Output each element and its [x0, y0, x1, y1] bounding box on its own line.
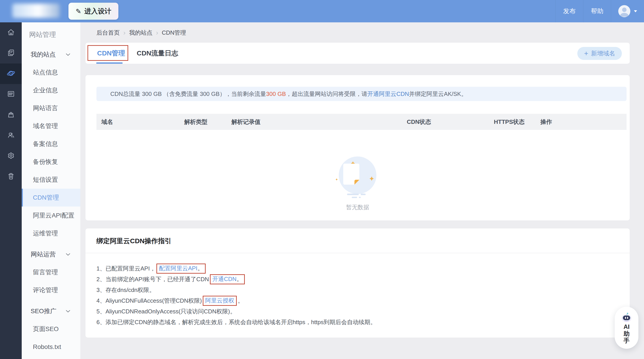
sidebar-item-企业信息[interactable]: 企业信息 [22, 81, 80, 99]
sidebar-item-label: 企业信息 [33, 86, 58, 94]
sidebar-item-网站语言[interactable]: 网站语言 [22, 99, 80, 117]
chevron-down-icon [66, 53, 70, 56]
guide-link-阿里云授权[interactable]: 阿里云授权 [205, 297, 234, 305]
empty-state-text: 暂无数据 [86, 203, 630, 211]
sidebar-item-label: CDN管理 [33, 193, 59, 202]
sidebar-item-网站地图[interactable]: 网站地图 [22, 356, 80, 359]
ai-assistant-button[interactable]: AI助手 [615, 307, 638, 349]
chevron-down-icon [66, 310, 70, 313]
breadcrumb-item[interactable]: 我的站点 [129, 29, 152, 37]
trash-icon [7, 172, 15, 181]
help-button[interactable]: 帮助 [583, 0, 611, 22]
add-domain-button[interactable]: + 新增域名 [577, 47, 622, 60]
topbar-right: 发布 帮助 [556, 0, 644, 22]
annotation-box-link: 阿里云授权 [203, 296, 237, 306]
sidebar-item-label: 域名管理 [33, 122, 58, 130]
guide-step: 4、AliyunCDNFullAccess(管理CDN权限)阿里云授权。 [96, 295, 630, 306]
sidebar-item-网站运营[interactable]: 网站运营 [22, 245, 80, 263]
rail-item-site-planet[interactable] [0, 63, 22, 84]
breadcrumb-item: CDN管理 [162, 29, 186, 37]
ai-assistant-label: AI助手 [624, 324, 630, 344]
guide-step-text: 5、AliyunCDNReadOnlyAccess(只读访问CDN权限)。 [96, 308, 236, 316]
column-header-解析记录值: 解析记录值 [231, 118, 407, 126]
plus-icon: + [584, 50, 588, 57]
chevron-down-icon [634, 10, 637, 12]
enter-design-label: 进入设计 [84, 7, 111, 16]
sidebar-item-label: SEO推广 [31, 307, 56, 316]
sidebar-item-CDN管理[interactable]: CDN管理 [22, 189, 80, 207]
guide-step: 6、添加已绑定CDN的静态域名，解析完成生效后，系统会自动给该域名开启https… [96, 317, 630, 328]
enter-design-button[interactable]: ✎ 进入设计 [68, 3, 118, 20]
rail-item-trash[interactable] [0, 166, 22, 187]
rail-item-mall-bag[interactable] [0, 105, 22, 125]
site-planet-icon [7, 69, 15, 78]
sidebar-item-我的站点[interactable]: 我的站点 [22, 46, 80, 63]
notice-text: ，超出流量网站访问将受限，请 [286, 90, 368, 98]
column-header-解析类型: 解析类型 [184, 118, 231, 126]
avatar [618, 5, 630, 17]
breadcrumb-item[interactable]: 后台首页 [96, 29, 120, 37]
rail-item-settings-gear[interactable] [0, 146, 22, 166]
content-area: 后台首页›我的站点›CDN管理 CDN管理CDN流量日志 + 新增域名 CDN总… [80, 22, 644, 359]
robot-icon [620, 311, 633, 323]
sidebar-item-留言管理[interactable]: 留言管理 [22, 263, 80, 281]
sidebar-item-label: 备份恢复 [33, 158, 58, 166]
column-header-操作: 操作 [540, 118, 626, 126]
sidebar-title: 网站管理 [22, 22, 80, 46]
guide-step-text: 1、已配置阿里云API， [96, 265, 156, 273]
account-menu[interactable] [611, 0, 644, 22]
guide-step-text: 2、当前绑定的API账号下，已经开通了CDN [96, 275, 209, 283]
rail-item-article-list[interactable] [0, 84, 22, 105]
empty-illustration [333, 156, 382, 202]
sidebar-item-label: 运维管理 [33, 229, 58, 238]
column-header-HTTPS状态: HTTPS状态 [494, 118, 540, 126]
breadcrumb: 后台首页›我的站点›CDN管理 [96, 28, 186, 37]
rail-item-home[interactable] [0, 22, 22, 43]
guide-step-text: 6、添加已绑定CDN的静态域名，解析完成生效后，系统会自动给该域名开启https… [96, 318, 376, 326]
tabs: CDN管理CDN流量日志 [86, 43, 630, 64]
sidebar-item-备份恢复[interactable]: 备份恢复 [22, 153, 80, 171]
notice-text: 300 GB [266, 90, 286, 97]
guide-step-text: 。 [236, 275, 242, 283]
guide-link-开通CDN[interactable]: 开通CDN [212, 275, 236, 283]
rail-item-members[interactable] [0, 125, 22, 146]
column-header-域名: 域名 [96, 118, 184, 126]
guide-link-配置阿里云API[interactable]: 配置阿里云API [159, 265, 197, 272]
sidebar-item-域名管理[interactable]: 域名管理 [22, 117, 80, 135]
notice-text: 并绑定阿里云AK/SK。 [409, 90, 467, 98]
sidebar-item-页面SEO[interactable]: 页面SEO [22, 320, 80, 338]
topbar: ✎ 进入设计 发布 帮助 [0, 0, 644, 22]
sidebar-item-运维管理[interactable]: 运维管理 [22, 224, 80, 242]
tab-bar-card: CDN管理CDN流量日志 + 新增域名 [86, 43, 630, 64]
settings-gear-icon [7, 151, 15, 161]
annotation-box-link: 开通CDN。 [210, 274, 245, 284]
chevron-down-icon [66, 253, 70, 256]
guide-title: 绑定阿里云CDN操作指引 [86, 228, 630, 246]
annotation-box-link: 配置阿里云API。 [156, 264, 206, 274]
guide-step-text: 3、存在dns/cdn权限。 [96, 286, 155, 294]
publish-button[interactable]: 发布 [556, 0, 583, 22]
tab-CDN流量日志[interactable]: CDN流量日志 [131, 43, 184, 64]
traffic-notice-bar: CDN总流量 300 GB （含免费流量 300 GB），当前剩余流量 300 … [96, 87, 626, 101]
sidebar-item-label: 页面SEO [33, 325, 59, 333]
guide-step-text: 4、AliyunCDNFullAccess(管理CDN权限) [96, 297, 202, 305]
tab-CDN管理[interactable]: CDN管理 [91, 43, 131, 64]
sidebar-item-阿里云API配置[interactable]: 阿里云API配置 [22, 207, 80, 224]
guide-step: 3、存在dns/cdn权限。 [96, 285, 630, 295]
sidebar-item-label: 短信设置 [33, 175, 58, 184]
sidebar-item-站点信息[interactable]: 站点信息 [22, 63, 80, 81]
sidebar-item-Robots.txt[interactable]: Robots.txt [22, 338, 80, 356]
sidebar-item-label: 备案信息 [33, 140, 58, 148]
add-domain-label: 新增域名 [591, 49, 615, 57]
logo-blur [12, 3, 60, 18]
column-header-CDN状态: CDN状态 [407, 118, 494, 126]
sidebar-item-短信设置[interactable]: 短信设置 [22, 171, 80, 189]
sidebar-item-备案信息[interactable]: 备案信息 [22, 135, 80, 153]
guide-step-text: 。 [238, 297, 244, 305]
open-aliyun-cdn-link[interactable]: 开通阿里云CDN [368, 90, 409, 98]
sidebar-item-评论管理[interactable]: 评论管理 [22, 281, 80, 299]
sidebar-item-label: 阿里云API配置 [33, 211, 74, 220]
notice-text: CDN总流量 300 GB （含免费流量 300 GB），当前剩余流量 [110, 90, 266, 98]
sidebar-item-SEO推广[interactable]: SEO推广 [22, 302, 80, 320]
rail-item-pages[interactable] [0, 43, 22, 63]
